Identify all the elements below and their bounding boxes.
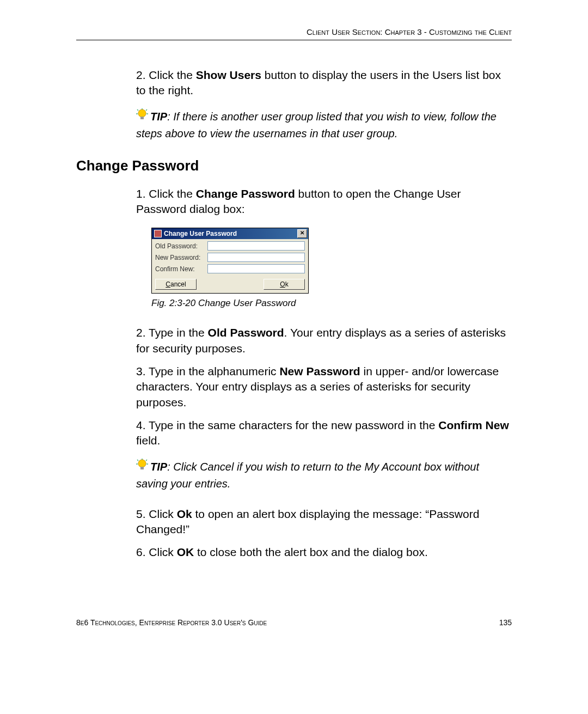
dialog-titlebar: Change User Password ✕ [152, 228, 308, 239]
new-password-label: New Password: [155, 254, 207, 261]
svg-rect-1 [140, 117, 144, 119]
bold-text: Confirm New [438, 419, 509, 431]
dialog-title: Change User Password [164, 230, 237, 237]
bold-text: Change Password [196, 187, 295, 200]
confirm-new-label: Confirm New: [155, 265, 207, 273]
text: 4. Type in the same characters for the n… [136, 419, 438, 431]
footer-left: 8e6 Technologies, Enterprise Reporter 3.… [76, 618, 267, 627]
text: field. [136, 434, 160, 447]
tip-text: : Click Cancel if you wish to return to … [136, 461, 479, 490]
old-password-label: Old Password: [155, 242, 207, 250]
text: 2. Click the [136, 69, 196, 81]
svg-rect-3 [140, 467, 144, 469]
bold-text: Ok [177, 508, 192, 520]
new-password-input[interactable] [207, 253, 305, 262]
text: 3. Type in the alphanumeric [136, 365, 279, 377]
bold-text: Old Password [208, 326, 284, 339]
text: to close both the alert box and the dial… [194, 546, 428, 558]
cp-step-1: 1. Click the Change Password button to o… [136, 186, 512, 217]
confirm-new-input[interactable] [207, 264, 305, 273]
cp-step-2: 2. Type in the Old Password. Your entry … [136, 325, 512, 356]
tip-label: TIP [150, 110, 167, 122]
cp-step-6: 6. Click OK to close both the alert box … [136, 545, 512, 560]
bold-text: Show Users [196, 69, 261, 81]
figure-caption: Fig. 2:3-20 Change User Password [151, 298, 512, 309]
svg-point-2 [138, 460, 146, 467]
tip-text: : If there is another user group listed … [136, 110, 497, 139]
tip-label: TIP [150, 461, 167, 473]
bold-text: New Password [279, 365, 360, 377]
change-user-password-dialog: Change User Password ✕ Old Password: New… [151, 228, 309, 294]
text: 1. Click the [136, 187, 196, 200]
dialog-figure: Change User Password ✕ Old Password: New… [151, 228, 512, 294]
close-button[interactable]: ✕ [297, 229, 307, 238]
page-footer: 8e6 Technologies, Enterprise Reporter 3.… [76, 618, 512, 627]
tip-block-1: TIP: If there is another user group list… [136, 108, 512, 141]
cp-step-5: 5. Click Ok to open an alert box display… [136, 506, 512, 538]
cancel-button[interactable]: Cancel [155, 279, 197, 290]
cp-step-3: 3. Type in the alphanumeric New Password… [136, 364, 512, 410]
cp-step-4: 4. Type in the same characters for the n… [136, 418, 512, 449]
svg-point-0 [138, 109, 146, 117]
text: 2. Type in the [136, 326, 208, 339]
page-header: Client User Section: Chapter 3 - Customi… [76, 27, 512, 40]
ok-button[interactable]: Ok [264, 279, 305, 290]
old-password-input[interactable] [207, 241, 305, 251]
text: 6. Click [136, 546, 177, 558]
tip-block-2: TIP: Click Cancel if you wish to return … [136, 459, 512, 491]
text: 5. Click [136, 508, 177, 520]
dialog-icon [154, 230, 162, 237]
bold-text: OK [177, 546, 194, 558]
step-2-show-users: 2. Click the Show Users button to displa… [136, 68, 512, 99]
lightbulb-icon [136, 108, 148, 126]
page-number: 135 [499, 618, 512, 627]
section-heading-change-password: Change Password [76, 157, 512, 174]
lightbulb-icon [136, 459, 148, 477]
